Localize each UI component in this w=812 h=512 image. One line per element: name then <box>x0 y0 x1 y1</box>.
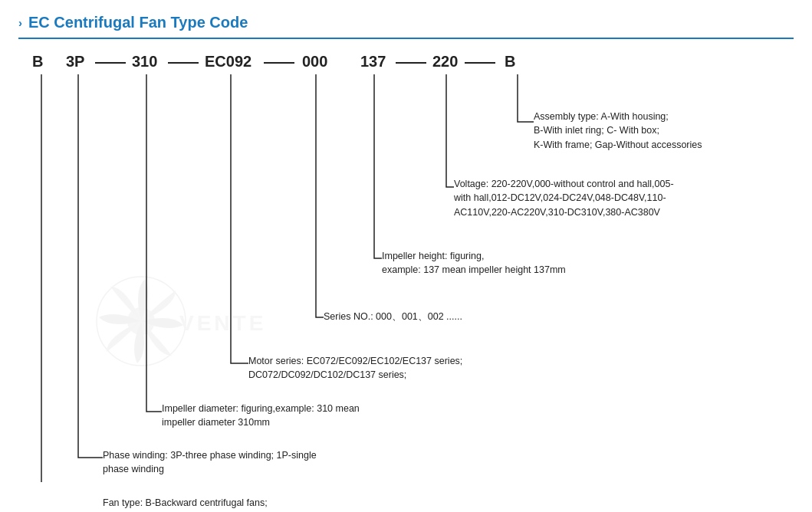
dash4: —— <box>396 53 426 71</box>
code-137: 137 <box>360 53 386 71</box>
code-B2: B <box>505 53 515 71</box>
annotation-fan-type: Fan type: B-Backward centrifugal fans;F-… <box>103 496 268 513</box>
annotation-assembly: Assembly type: A-With housing;B-With inl… <box>534 110 702 153</box>
annotation-motor-label: Motor series: <box>248 356 304 366</box>
title-chevron-icon: › <box>18 16 22 29</box>
code-3P: 3P <box>66 53 84 71</box>
annotation-impeller-diameter: Impeller diameter: figuring,example: 310… <box>162 402 360 431</box>
annotation-impeller-height: Impeller height: figuring,example: 137 m… <box>382 249 566 278</box>
annotation-phase-label: Phase winding: <box>103 450 168 461</box>
dash2: —— <box>168 53 199 71</box>
title-row: › EC Centrifugal Fan Type Code <box>18 14 794 31</box>
code-310: 310 <box>132 53 157 71</box>
title-divider <box>18 38 794 39</box>
annotation-impeller-height-label: Impeller height: <box>382 251 447 261</box>
page-container: › EC Centrifugal Fan Type Code <box>0 0 812 512</box>
dash5: —— <box>465 53 495 71</box>
svg-text:VENTE: VENTE <box>179 311 266 335</box>
annotation-voltage-label: Voltage: <box>454 179 488 189</box>
annotation-series: Series NO.: 000、001、002 ...... <box>324 310 462 324</box>
annotation-impeller-diameter-label: Impeller diameter: <box>162 403 238 414</box>
svg-point-1 <box>127 307 155 335</box>
code-220: 220 <box>432 53 458 71</box>
annotation-series-text: 000、001、002 ...... <box>373 311 462 322</box>
annotation-motor: Motor series: EC072/EC092/EC102/EC137 se… <box>248 354 462 383</box>
annotation-voltage: Voltage: 220-220V,000-without control an… <box>454 177 674 220</box>
annotation-fan-type-label: Fan type: <box>103 497 143 508</box>
annotation-assembly-label: Assembly type: <box>534 111 599 122</box>
dash3: —— <box>264 53 294 71</box>
code-000: 000 <box>302 53 327 71</box>
dash1: —— <box>95 53 126 71</box>
code-EC092: EC092 <box>205 53 251 71</box>
code-B: B <box>32 53 43 71</box>
annotation-series-label: Series NO.: <box>324 311 373 322</box>
svg-point-0 <box>97 277 186 366</box>
diagram-area: VENTE B 3P —— 310 —— EC092 —— 000 137 ——… <box>18 53 794 482</box>
page-title: EC Centrifugal Fan Type Code <box>28 14 248 31</box>
annotation-phase: Phase winding: 3P-three phase winding; 1… <box>103 448 317 478</box>
